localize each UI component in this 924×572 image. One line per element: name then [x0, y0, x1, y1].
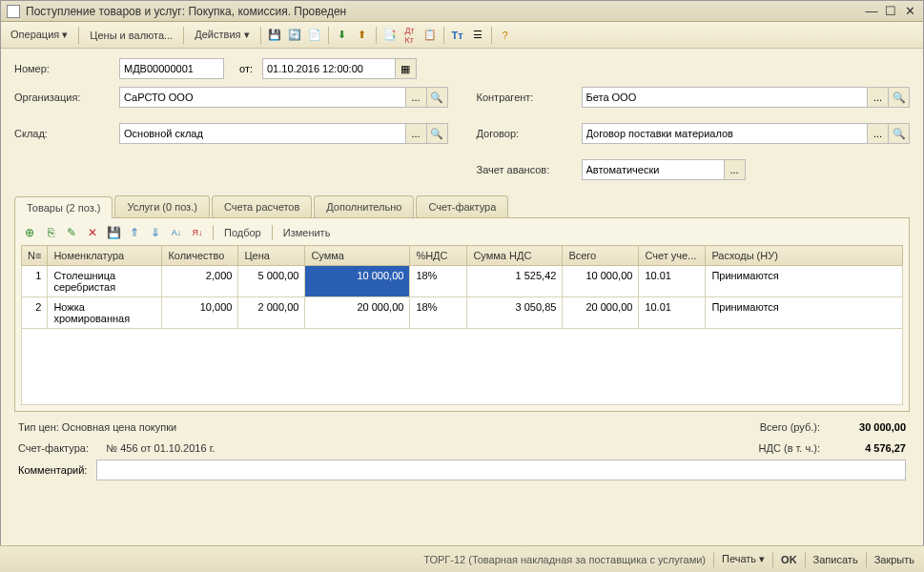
copy-row-icon[interactable]: ⎘: [42, 224, 59, 241]
move-up-icon[interactable]: ⇑: [126, 224, 143, 241]
cell-exp[interactable]: Принимаются: [706, 266, 903, 297]
menu-actions[interactable]: Действия ▾: [189, 26, 255, 44]
dogovor-select-button[interactable]: ...: [868, 123, 889, 144]
org-input[interactable]: [119, 87, 406, 108]
comment-input[interactable]: [96, 460, 906, 480]
contr-input[interactable]: [582, 87, 869, 108]
cell-sum[interactable]: 10 000,00: [305, 266, 410, 297]
cell-sum[interactable]: 20 000,00: [305, 297, 410, 329]
titlebar: Поступление товаров и услуг: Покупка, ко…: [1, 1, 923, 22]
close-window-button[interactable]: ✕: [902, 5, 917, 18]
avans-select-button[interactable]: ...: [725, 159, 746, 180]
date-field: ▦: [262, 58, 417, 79]
sf-value: № 456 от 01.10.2016 г.: [106, 442, 215, 454]
dogovor-input[interactable]: [582, 123, 869, 144]
minimize-button[interactable]: —: [864, 5, 879, 18]
number-field: [119, 58, 224, 79]
col-nomen[interactable]: Номенклатура: [48, 246, 162, 266]
post-icon[interactable]: ⬇: [334, 27, 351, 44]
help-icon[interactable]: ?: [497, 27, 514, 44]
tab-accounts[interactable]: Счета расчетов: [212, 195, 312, 217]
add-row-icon[interactable]: ⊕: [21, 224, 38, 241]
unpost-icon[interactable]: ⬆: [354, 27, 371, 44]
contr-select-button[interactable]: ...: [868, 87, 889, 108]
number-label: Номер:: [14, 63, 110, 74]
save-rows-icon[interactable]: 💾: [105, 224, 122, 241]
cell-vatsum[interactable]: 1 525,42: [467, 266, 563, 297]
tt-icon[interactable]: Тт: [449, 27, 466, 44]
dtkt-icon[interactable]: ДтКт: [401, 27, 419, 44]
save-icon[interactable]: 💾: [266, 27, 283, 44]
col-n[interactable]: N≡: [22, 246, 48, 266]
org-open-button[interactable]: 🔍: [427, 87, 448, 108]
sklad-select-button[interactable]: ...: [406, 123, 427, 144]
ok-button[interactable]: OK: [781, 554, 797, 565]
podbor-link[interactable]: Подбор: [220, 227, 265, 238]
calendar-icon[interactable]: ▦: [396, 58, 417, 79]
col-qty[interactable]: Количество: [162, 246, 238, 266]
dogovor-open-button[interactable]: 🔍: [889, 123, 910, 144]
col-acct[interactable]: Счет уче...: [639, 246, 706, 266]
cell-vatp[interactable]: 18%: [410, 297, 467, 329]
cell-nomen[interactable]: Ножка хромированная: [48, 297, 162, 329]
cell-qty[interactable]: 10,000: [162, 297, 238, 329]
menu-operation[interactable]: Операция ▾: [5, 26, 73, 44]
add-icon[interactable]: 📄: [306, 27, 323, 44]
cell-acct[interactable]: 10.01: [639, 297, 706, 329]
change-link[interactable]: Изменить: [279, 227, 335, 238]
tab-services[interactable]: Услуги (0 поз.): [114, 195, 209, 217]
print-button[interactable]: Печать ▾: [722, 553, 765, 565]
sklad-input[interactable]: [119, 123, 406, 144]
cell-vatp[interactable]: 18%: [410, 266, 467, 297]
cell-total[interactable]: 10 000,00: [563, 266, 639, 297]
based-on-icon[interactable]: 📑: [381, 27, 399, 44]
refresh-icon[interactable]: 🔄: [286, 27, 303, 44]
date-input[interactable]: [262, 58, 396, 79]
grid-empty-area[interactable]: [21, 329, 903, 405]
sklad-field: ... 🔍: [119, 123, 448, 144]
tab-goods[interactable]: Товары (2 поз.): [14, 196, 113, 218]
comment-label: Комментарий:: [18, 464, 87, 476]
cell-vatsum[interactable]: 3 050,85: [467, 297, 563, 329]
report-icon[interactable]: 📋: [421, 27, 439, 44]
cell-acct[interactable]: 10.01: [639, 266, 706, 297]
col-price[interactable]: Цена: [238, 246, 305, 266]
move-down-icon[interactable]: ⇓: [147, 224, 164, 241]
cell-n[interactable]: 1: [22, 266, 48, 297]
table-row[interactable]: 1 Столешница серебристая 2,000 5 000,00 …: [22, 266, 903, 297]
close-button[interactable]: Закрыть: [874, 554, 914, 565]
sort-asc-icon[interactable]: А↓: [168, 224, 185, 241]
table-row[interactable]: 2 Ножка хромированная 10,000 2 000,00 20…: [22, 297, 903, 329]
number-input[interactable]: [119, 58, 224, 79]
contr-open-button[interactable]: 🔍: [889, 87, 910, 108]
delete-row-icon[interactable]: ✕: [84, 224, 101, 241]
avans-input[interactable]: [582, 159, 725, 180]
tab-additional[interactable]: Дополнительно: [314, 195, 414, 217]
cell-nomen[interactable]: Столешница серебристая: [48, 266, 162, 297]
dogovor-field: ... 🔍: [582, 123, 911, 144]
col-vatsum[interactable]: Сумма НДС: [467, 246, 563, 266]
cell-price[interactable]: 2 000,00: [238, 297, 305, 329]
avans-field: ...: [582, 159, 746, 180]
cell-exp[interactable]: Принимаются: [706, 297, 903, 329]
edit-row-icon[interactable]: ✎: [63, 224, 80, 241]
torg12-link[interactable]: ТОРГ-12 (Товарная накладная за поставщик…: [423, 554, 706, 565]
tab-invoice[interactable]: Счет-фактура: [416, 195, 508, 217]
cell-n[interactable]: 2: [22, 297, 48, 329]
save-button[interactable]: Записать: [813, 554, 858, 565]
col-exp[interactable]: Расходы (НУ): [706, 246, 903, 266]
cell-total[interactable]: 20 000,00: [563, 297, 639, 329]
sklad-open-button[interactable]: 🔍: [427, 123, 448, 144]
col-total[interactable]: Всего: [563, 246, 639, 266]
col-sum[interactable]: Сумма: [305, 246, 410, 266]
col-vatp[interactable]: %НДС: [410, 246, 467, 266]
org-select-button[interactable]: ...: [406, 87, 427, 108]
list-icon[interactable]: ☰: [469, 27, 486, 44]
avans-label: Зачет авансов:: [477, 164, 572, 175]
cell-qty[interactable]: 2,000: [162, 266, 238, 297]
sort-desc-icon[interactable]: Я↓: [189, 224, 206, 241]
menu-prices[interactable]: Цены и валюта...: [84, 27, 178, 44]
tab-body: ⊕ ⎘ ✎ ✕ 💾 ⇑ ⇓ А↓ Я↓ Подбор Изменить N≡ Н…: [14, 217, 910, 412]
cell-price[interactable]: 5 000,00: [238, 266, 305, 297]
maximize-button[interactable]: ☐: [883, 5, 898, 18]
